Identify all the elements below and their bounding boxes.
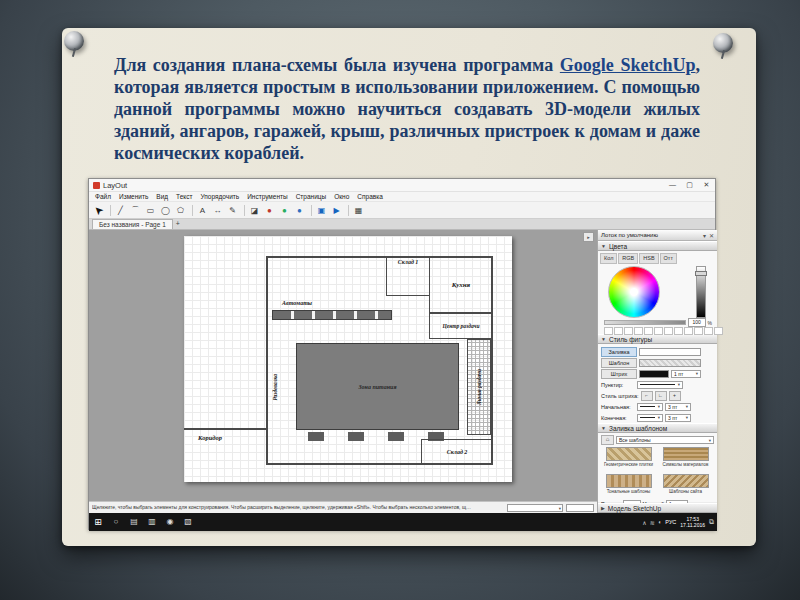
color-swatch-cell[interactable]: [664, 327, 673, 335]
menu-item-8[interactable]: Окно: [330, 192, 353, 202]
color-swatch-cell[interactable]: [694, 327, 703, 335]
menu-item-7[interactable]: Страницы: [292, 192, 331, 202]
menu-item-5[interactable]: Упорядочить: [196, 192, 243, 202]
circle-tool-icon[interactable]: ◯: [159, 204, 172, 217]
pattern-collection-item[interactable]: Шаблоны сайта: [658, 474, 713, 499]
sketchup-model-panel-header[interactable]: ▶ Модель SketchUp: [598, 503, 717, 513]
task-view-icon[interactable]: ▤: [125, 513, 143, 531]
status-zoom-select[interactable]: [507, 504, 563, 512]
file-explorer-icon[interactable]: ▥: [143, 513, 161, 531]
plan-table[interactable]: [388, 432, 404, 441]
color-wheel[interactable]: [608, 266, 660, 318]
menu-item-2[interactable]: Изменить: [115, 192, 152, 202]
start-arrow-select[interactable]: ▾: [637, 403, 663, 411]
color-swatch-cell[interactable]: [604, 327, 613, 335]
color-swatch-cell[interactable]: [614, 327, 623, 335]
presentation-icon[interactable]: ▶: [330, 204, 343, 217]
tray-pin-icon[interactable]: ▾: [703, 232, 706, 239]
pattern-collection-item[interactable]: Тональные шаблоны: [601, 474, 656, 499]
fill-color-swatch[interactable]: [639, 348, 701, 356]
volume-icon[interactable]: ◖: [658, 519, 662, 526]
document-tab[interactable]: Без названия - Page 1: [92, 219, 173, 229]
clock[interactable]: 17:53 17.11.2016: [680, 516, 705, 528]
color-swatch-cell[interactable]: [634, 327, 643, 335]
stroke-color-swatch[interactable]: [639, 370, 669, 378]
colors-tab-3[interactable]: HSB: [639, 253, 658, 264]
add-page-button[interactable]: +: [173, 219, 183, 229]
pattern-collection-item[interactable]: Символы материалов: [658, 447, 713, 472]
colors-tab-1[interactable]: Кол: [600, 253, 617, 264]
text-tool-icon[interactable]: A: [196, 204, 209, 217]
color-value-slider[interactable]: [696, 266, 706, 318]
plan-serving-line-strip[interactable]: Линия раздачи: [467, 339, 491, 435]
plan-room-serving-center[interactable]: Центр раздачи: [429, 313, 493, 339]
color-swatch-cell[interactable]: [684, 327, 693, 335]
plan-cloakroom[interactable]: Раздевалка: [269, 346, 281, 428]
language-indicator[interactable]: РУС: [665, 519, 676, 525]
eraser-tool-icon[interactable]: ◪: [248, 204, 261, 217]
canvas-scroll-right-icon[interactable]: ▸: [583, 232, 594, 242]
plan-room-storage2[interactable]: Склад 2: [421, 439, 493, 465]
select-tool-icon[interactable]: ➤: [89, 201, 107, 219]
menu-item-1[interactable]: Файл: [91, 192, 115, 202]
tray-close-icon[interactable]: ✕: [709, 232, 714, 239]
stroke-width-select[interactable]: 1 пт▾: [671, 370, 701, 378]
plan-dining-zone[interactable]: Зона питания: [296, 343, 459, 430]
dash-style-select[interactable]: ▾: [637, 381, 683, 389]
polygon-tool-icon[interactable]: ⬠: [174, 204, 187, 217]
grid-toggle-icon[interactable]: ▦: [352, 204, 365, 217]
google-sketchup-link[interactable]: Google SketchUp: [560, 55, 696, 75]
end-arrow-select[interactable]: ▾: [637, 414, 663, 422]
pattern-fill-panel-header[interactable]: ▼ Заливка шаблоном: [598, 423, 717, 433]
stroke-cap-button[interactable]: ⌐: [641, 391, 653, 401]
layout-page[interactable]: Склад 1 Кухня Автоматы Центр раздачи Лин…: [184, 236, 512, 482]
action-center-icon[interactable]: ⧉: [709, 518, 714, 526]
start-arrow-size-select[interactable]: 3 пт▾: [665, 403, 691, 411]
opacity-slider[interactable]: [604, 320, 686, 325]
plan-vending-counter[interactable]: [272, 310, 392, 320]
pattern-library-select[interactable]: Все шаблоны▾: [616, 436, 714, 444]
stroke-color-icon[interactable]: ●: [278, 204, 291, 217]
plan-table[interactable]: [308, 432, 324, 441]
color-swatch-cell[interactable]: [704, 327, 713, 335]
start-button[interactable]: ⊞: [89, 513, 107, 531]
lines-tool-icon[interactable]: ╱: [114, 204, 127, 217]
fill-toggle-button[interactable]: Заливка: [601, 347, 637, 357]
panels-toggle-icon[interactable]: ▣: [315, 204, 328, 217]
label-tool-icon[interactable]: ✎: [226, 204, 239, 217]
menu-item-4[interactable]: Текст: [172, 192, 196, 202]
color-swatch-cell[interactable]: [714, 327, 723, 335]
color-swatch-cell[interactable]: [674, 327, 683, 335]
theme-color-icon[interactable]: ●: [293, 204, 306, 217]
plan-table[interactable]: [348, 432, 364, 441]
dimension-tool-icon[interactable]: ↔: [211, 204, 224, 217]
menu-item-6[interactable]: Инструменты: [243, 192, 292, 202]
color-swatch-cell[interactable]: [624, 327, 633, 335]
pattern-swatch[interactable]: [639, 359, 701, 367]
colors-panel-header[interactable]: ▼ Цвета: [598, 241, 717, 251]
shape-style-panel-header[interactable]: ▼ Стиль фигуры: [598, 334, 717, 344]
colors-tab-2[interactable]: RGB: [618, 253, 638, 264]
minimize-button[interactable]: —: [664, 179, 681, 191]
plan-room-storage1[interactable]: Склад 1: [386, 256, 430, 296]
pattern-toggle-button[interactable]: Шаблон: [601, 358, 637, 368]
opacity-value-field[interactable]: 100: [688, 318, 706, 327]
pattern-collection-item[interactable]: Геометрические плитки: [601, 447, 656, 472]
tray-expand-icon[interactable]: ∧: [642, 519, 646, 526]
stroke-join-button[interactable]: ∟: [655, 391, 667, 401]
end-arrow-size-select[interactable]: 3 пт▾: [665, 414, 691, 422]
menu-item-3[interactable]: Вид: [152, 192, 172, 202]
plan-room-kitchen[interactable]: Кухня: [429, 256, 493, 313]
status-field[interactable]: [566, 504, 594, 512]
colors-tab-4[interactable]: Отт: [660, 253, 677, 264]
app-shortcut-icon[interactable]: ▧: [179, 513, 197, 531]
color-swatch-cell[interactable]: [644, 327, 653, 335]
color-swatch-cell[interactable]: [654, 327, 663, 335]
home-icon[interactable]: ⌂: [601, 435, 614, 445]
stroke-corner-button[interactable]: +: [669, 391, 681, 401]
fill-color-icon[interactable]: ●: [263, 204, 276, 217]
close-button[interactable]: ✕: [698, 179, 715, 191]
arc-tool-icon[interactable]: ⌒: [129, 204, 142, 217]
menu-item-9[interactable]: Справка: [353, 192, 387, 202]
browser-icon[interactable]: ◉: [161, 513, 179, 531]
